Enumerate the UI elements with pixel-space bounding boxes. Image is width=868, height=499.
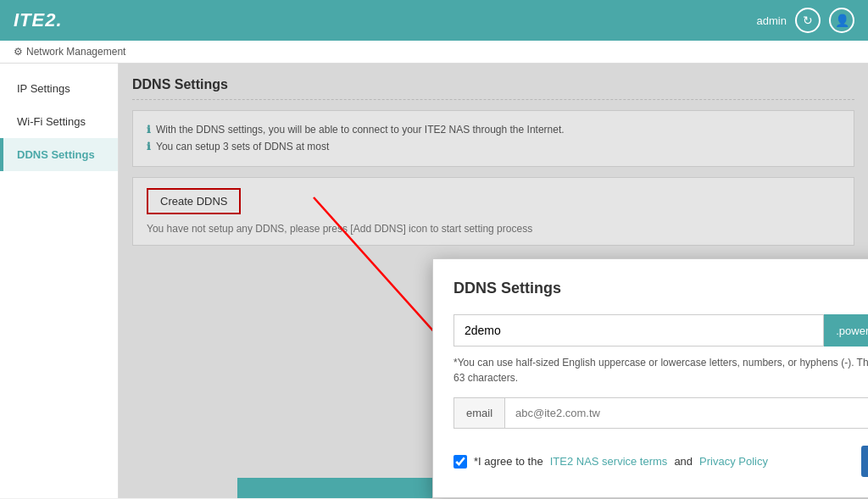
- next-button[interactable]: Next: [861, 446, 868, 477]
- sidebar-item-ip-settings[interactable]: IP Settings: [0, 72, 118, 105]
- ddns-name-row: .powernas.com.tw: [453, 314, 868, 347]
- breadcrumb-text: Network Management: [26, 46, 125, 58]
- service-terms-link[interactable]: ITE2 NAS service terms: [550, 455, 668, 468]
- refresh-icon[interactable]: ↻: [795, 8, 821, 33]
- terms-text2: and: [674, 455, 693, 468]
- email-label: email: [454, 398, 505, 428]
- terms-checkbox[interactable]: [453, 455, 467, 469]
- terms-text1: *I agree to the: [474, 455, 543, 468]
- sidebar-item-wifi-settings[interactable]: Wi-Fi Settings: [0, 105, 118, 138]
- ddns-settings-modal: DDNS Settings × .powernas.com.tw *You ca…: [432, 258, 868, 498]
- header: ITE2. admin ↻ 👤: [0, 0, 868, 41]
- main-layout: IP Settings Wi-Fi Settings DDNS Settings…: [0, 64, 868, 498]
- content-area: DDNS Settings ℹ With the DDNS settings, …: [119, 64, 868, 498]
- domain-suffix: .powernas.com.tw: [824, 314, 868, 347]
- email-input[interactable]: [505, 398, 868, 428]
- gear-icon: ⚙: [14, 46, 23, 58]
- breadcrumb: ⚙ Network Management: [0, 41, 868, 64]
- user-icon[interactable]: 👤: [829, 8, 854, 33]
- logo: ITE2.: [14, 9, 63, 31]
- terms-row: *I agree to the ITE2 NAS service terms a…: [453, 446, 868, 477]
- sidebar: IP Settings Wi-Fi Settings DDNS Settings: [0, 64, 119, 498]
- sidebar-item-ddns-settings[interactable]: DDNS Settings: [0, 138, 118, 171]
- modal-header: DDNS Settings ×: [453, 280, 868, 297]
- ddns-name-input[interactable]: [453, 314, 824, 347]
- terms-left: *I agree to the ITE2 NAS service terms a…: [453, 455, 768, 469]
- admin-label: admin: [757, 14, 787, 27]
- email-row: email: [453, 397, 868, 429]
- privacy-policy-link[interactable]: Privacy Policy: [699, 455, 768, 468]
- modal-title: DDNS Settings: [453, 280, 561, 297]
- ddns-hint: *You can use half-sized English uppercas…: [453, 355, 868, 385]
- header-right: admin ↻ 👤: [757, 8, 854, 33]
